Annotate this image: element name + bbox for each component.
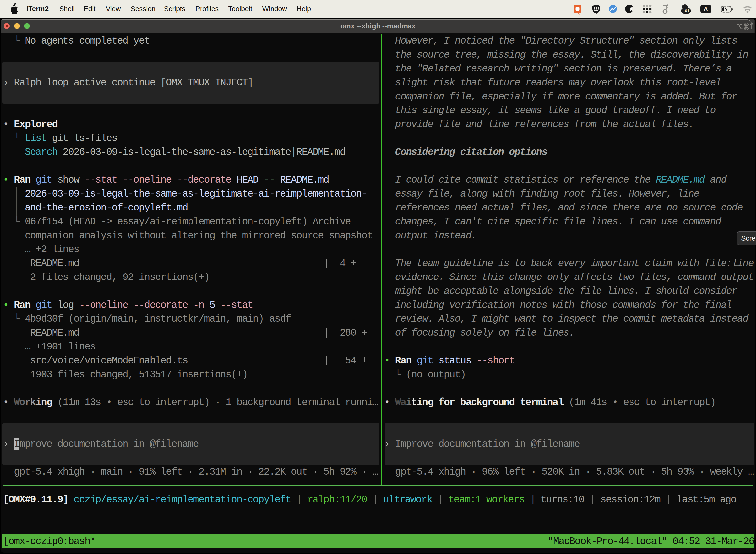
svg-text:A: A xyxy=(703,6,708,13)
svg-text:..61: ..61 xyxy=(683,9,689,13)
